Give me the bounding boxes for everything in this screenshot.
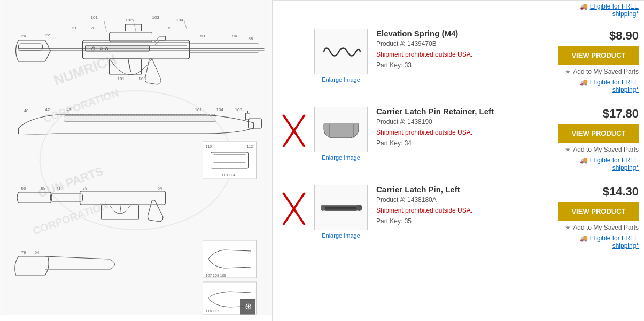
price-elevation: $8.90 [609,29,639,43]
free-shipping-asterisk-pin-retainer[interactable]: shipping* [612,164,639,171]
product-info-pin-retainer: Carrier Latch Pin Retainer, Left Product… [372,107,544,147]
svg-point-81 [321,205,325,211]
svg-text:79: 79 [21,250,26,255]
free-shipping-link-pin[interactable]: Eligible for FREE [590,234,639,242]
free-shipping-link-top[interactable]: Eligible for FREE [590,3,639,10]
svg-text:88: 88 [249,36,253,41]
product-actions-elevation: $8.90 VIEW PRODUCT ★ Add to My Saved Par… [548,29,639,93]
svg-text:24: 24 [21,34,26,38]
x-marker-pin [278,185,310,228]
shipment-warning-elevation: Shipment prohibited outside USA. [376,51,539,58]
svg-text:71: 71 [56,186,61,191]
free-shipping-pin-retainer: 🚚 Eligible for FREE shipping* [580,156,639,171]
product-name-pin: Carrier Latch Pin, Left [376,185,539,194]
free-shipping-link-pin-retainer[interactable]: Eligible for FREE [590,156,639,164]
enlarge-link-pin[interactable]: Enlarge Image [314,232,368,239]
elevation-spring-image-box [314,29,368,74]
shipment-warning-pin-retainer: Shipment prohibited outside USA. [376,129,539,136]
pin-svg [319,197,364,218]
saved-label-pin: Add to My Saved Parts [573,224,639,231]
svg-text:93: 93 [200,34,205,38]
price-pin-retainer: $17.80 [603,107,639,121]
svg-text:103: 103 [152,15,160,20]
part-row-pin: Enlarge Image Carrier Latch Pin, Left Pr… [273,178,644,256]
product-image-pin: Enlarge Image [314,185,368,239]
x-marker-svg-pin-retainer [281,112,307,150]
schematic-svg: NUMRICH CORPORATION GUN PARTS CORPORATIO… [0,0,272,315]
part-row-pin-retainer: Enlarge Image Carrier Latch Pin Retainer… [273,100,644,178]
product-name-elevation: Elevation Spring (M4) [376,29,539,38]
svg-text:116   117: 116 117 [206,309,219,313]
free-shipping-top: 🚚 Eligible for FREE shipping* [580,3,639,18]
free-shipping-elevation: 🚚 Eligible for FREE shipping* [580,79,639,93]
parts-panel: 🚚 Eligible for FREE shipping* [273,0,644,321]
shipment-warning-pin: Shipment prohibited outside USA. [376,207,539,214]
product-name-pin-retainer: Carrier Latch Pin Retainer, Left [376,107,539,116]
free-shipping-asterisk-pin[interactable]: shipping* [612,242,639,249]
pin-image-box [314,185,368,230]
svg-text:102: 102 [126,18,133,22]
svg-text:106: 106 [235,107,243,112]
x-marker-pin-retainer [278,107,310,150]
product-actions-pin: $14.30 VIEW PRODUCT ★ Add to My Saved Pa… [548,185,639,249]
svg-text:107   108  109: 107 108 109 [206,273,227,277]
product-info-elevation: Elevation Spring (M4) Product #: 1439470… [372,29,544,69]
truck-icon-pin-retainer: 🚚 [580,156,588,164]
truck-icon-top: 🚚 [580,3,588,10]
product-actions-pin-retainer: $17.80 VIEW PRODUCT ★ Add to My Saved Pa… [548,107,639,171]
star-icon-pin-retainer: ★ [565,146,571,153]
enlarge-link-pin-retainer[interactable]: Enlarge Image [314,154,368,161]
svg-text:64: 64 [35,250,40,255]
schematic-image: NUMRICH CORPORATION GUN PARTS CORPORATIO… [0,0,272,315]
free-shipping-link-elevation[interactable]: Eligible for FREE [590,79,639,86]
saved-label-elevation: Add to My Saved Parts [573,68,639,75]
svg-text:42: 42 [45,107,50,112]
view-product-btn-elevation[interactable]: VIEW PRODUCT [558,46,639,65]
truck-icon-pin: 🚚 [580,234,588,242]
svg-text:101: 101 [195,107,203,112]
svg-text:22: 22 [45,33,50,37]
svg-text:21: 21 [72,26,77,30]
svg-text:104: 104 [216,107,224,112]
svg-text:94: 94 [232,34,237,38]
svg-rect-62 [203,240,257,278]
saved-parts-link-elevation[interactable]: ★ Add to My Saved Parts [565,68,639,75]
free-shipping-asterisk-elevation[interactable]: shipping* [612,86,639,93]
svg-text:100: 100 [139,76,146,81]
product-number-pin: Product #: 1438180A [376,196,539,203]
svg-text:101: 101 [91,15,98,20]
free-shipping-asterisk-top[interactable]: shipping* [612,10,639,18]
svg-text:104: 104 [176,18,184,22]
product-number-elevation: Product #: 1439470B [376,40,539,48]
svg-text:79: 79 [83,186,88,191]
saved-parts-link-pin[interactable]: ★ Add to My Saved Parts [565,224,639,231]
svg-text:101: 101 [118,76,125,81]
saved-label-pin-retainer: Add to My Saved Parts [573,146,639,153]
svg-text:⊕: ⊕ [245,302,252,311]
svg-text:43: 43 [67,107,72,112]
svg-text:112: 112 [247,145,253,148]
saved-parts-link-pin-retainer[interactable]: ★ Add to My Saved Parts [565,146,639,153]
product-info-pin: Carrier Latch Pin, Left Product #: 14381… [372,185,544,225]
part-key-pin: Part Key: 35 [376,217,539,225]
product-actions-top: 🚚 Eligible for FREE shipping* [548,3,639,18]
schematic-panel: NUMRICH CORPORATION GUN PARTS CORPORATIO… [0,0,273,321]
svg-text:64: 64 [158,186,162,191]
svg-rect-79 [323,205,359,211]
view-product-btn-pin-retainer[interactable]: VIEW PRODUCT [558,124,639,143]
svg-rect-43 [64,116,216,121]
price-pin: $14.30 [603,185,639,199]
part-row-top: 🚚 Eligible for FREE shipping* [273,0,644,22]
coil-spring-svg [320,38,362,65]
x-marker-svg-pin [281,190,307,228]
product-image-elevation-spring: Enlarge Image [314,29,368,83]
svg-text:20: 20 [91,26,96,30]
svg-text:40: 40 [24,108,29,113]
svg-point-80 [356,205,362,211]
enlarge-link-elevation[interactable]: Enlarge Image [314,76,368,83]
star-icon-elevation: ★ [565,68,571,75]
product-image-pin-retainer: Enlarge Image [314,107,368,161]
svg-text:110: 110 [206,145,212,148]
view-product-btn-pin[interactable]: VIEW PRODUCT [558,202,639,221]
svg-text:66: 66 [21,186,26,191]
